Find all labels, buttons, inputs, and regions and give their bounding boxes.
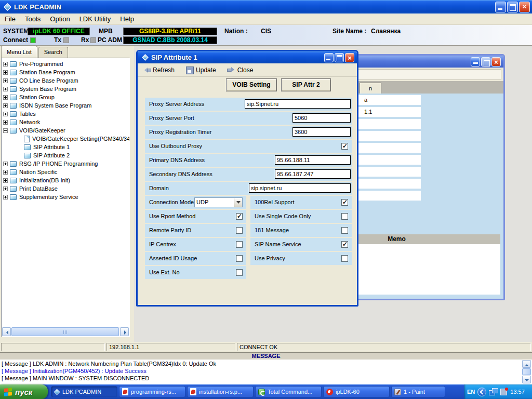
tree-item-label: System Base Program	[19, 86, 76, 92]
collapse-icon[interactable]	[3, 128, 8, 133]
text-input[interactable]: 95.66.188.11	[275, 155, 351, 165]
dropdown-arrow-icon[interactable]	[234, 198, 242, 207]
menu-ldk-utility[interactable]: LDK Utility	[75, 14, 116, 24]
voib-setting-button[interactable]: VOIB Setting	[226, 78, 277, 91]
tree-item[interactable]: Pre-Programmed	[2, 60, 129, 68]
field-label: Secondary DNS Address	[149, 168, 212, 181]
tree-item[interactable]: Supplementary Service	[2, 193, 129, 201]
expand-icon[interactable]	[3, 120, 8, 125]
taskbar-button[interactable]: programming-rs...	[119, 386, 185, 397]
text-input[interactable]: 5060	[292, 113, 351, 123]
close-button[interactable]: ×	[345, 53, 354, 62]
tree-item[interactable]: Print DataBase	[2, 184, 129, 193]
taskbar-button[interactable]: installation-rs.p...	[187, 386, 254, 397]
text-input[interactable]: sip.sipnet.ru	[249, 183, 351, 193]
checkbox[interactable]	[236, 255, 243, 262]
close-button[interactable]: Close	[227, 66, 254, 74]
scroll-up-icon[interactable]	[522, 360, 531, 368]
menu-tools[interactable]: Tools	[20, 14, 45, 24]
start-button[interactable]: пуск	[0, 384, 48, 399]
expand-icon[interactable]	[3, 162, 8, 166]
taskbar-button-label: 1 - Paint	[404, 389, 425, 395]
tree-item[interactable]: SIP Attribute 2	[2, 151, 129, 159]
scrollbar-thumb[interactable]	[11, 327, 119, 336]
network-icon[interactable]	[489, 388, 498, 395]
expand-icon[interactable]	[3, 78, 8, 83]
expand-icon[interactable]	[3, 103, 8, 108]
sip-attr-2-button[interactable]: SIP Attr 2	[281, 78, 331, 91]
field-label: Use Outbound Proxy	[149, 140, 202, 153]
text-input[interactable]: 95.66.187.247	[275, 169, 351, 179]
maximize-button[interactable]	[481, 57, 490, 66]
checkbox[interactable]	[341, 143, 348, 150]
menu-option[interactable]: Option	[45, 14, 74, 24]
refresh-button[interactable]: Refresh	[142, 66, 175, 74]
vertical-scrollbar[interactable]	[522, 360, 531, 383]
checkbox[interactable]	[236, 227, 243, 234]
update-button[interactable]: Update	[185, 66, 216, 74]
tree-item[interactable]: Network	[2, 118, 129, 126]
expand-icon[interactable]	[3, 87, 8, 91]
tree-item[interactable]: VOIB/GateKeeper Setting(PGM340/341)	[2, 135, 129, 143]
tree-item[interactable]: Nation Specific	[2, 168, 129, 176]
connection-mode-select[interactable]: UDP	[194, 197, 243, 207]
expand-icon[interactable]	[3, 195, 8, 200]
restore-button[interactable]	[507, 2, 518, 12]
scroll-down-icon[interactable]	[522, 376, 531, 383]
checkbox[interactable]	[236, 269, 243, 276]
menu-help[interactable]: Help	[115, 14, 139, 24]
minimize-button[interactable]	[471, 57, 480, 66]
close-button[interactable]: ×	[491, 57, 501, 66]
checkbox[interactable]	[341, 227, 348, 234]
tree-item[interactable]: CO Line Base Program	[2, 76, 129, 85]
minimize-button[interactable]	[324, 53, 334, 62]
main-titlebar[interactable]: LDK PCADMIN ×	[0, 0, 532, 14]
expand-icon[interactable]	[3, 70, 8, 75]
expand-icon[interactable]	[3, 62, 8, 66]
field-label: 181 Message	[255, 224, 289, 237]
expand-icon[interactable]	[3, 170, 8, 175]
language-indicator[interactable]: EN	[467, 389, 475, 395]
checkbox[interactable]	[341, 241, 348, 248]
menu-file[interactable]: File	[0, 14, 20, 24]
tree-item[interactable]: RSG /IP PHONE Programming	[2, 159, 129, 168]
notification-icon[interactable]	[500, 389, 507, 395]
tree-item[interactable]: VOIB/GateKeeper	[2, 126, 129, 135]
tree-item[interactable]: SIP Attribute 1	[2, 143, 129, 151]
checkbox[interactable]	[236, 213, 243, 220]
taskbar-button[interactable]: LDK PCADMIN	[51, 386, 117, 397]
minimize-button[interactable]	[495, 2, 506, 12]
tree-item[interactable]: ISDN System Base Program	[2, 101, 129, 110]
taskbar-button[interactable]: Total Command...	[255, 386, 322, 397]
scrollbar-thumb[interactable]	[522, 368, 531, 375]
tab-menu-list[interactable]: Menu List	[1, 46, 37, 58]
tree-item[interactable]: Station Group	[2, 93, 129, 101]
tree-item-label: Station Group	[19, 94, 55, 100]
expand-icon[interactable]	[3, 187, 8, 191]
expand-icon[interactable]	[3, 178, 8, 183]
dialog-titlebar[interactable]: SIP Attribute 1 ×	[138, 51, 357, 63]
horizontal-scrollbar[interactable]	[2, 327, 129, 336]
maximize-button[interactable]	[335, 53, 344, 62]
taskbar-button[interactable]: 1 - Paint	[391, 386, 445, 397]
tree-item[interactable]: Station Base Program	[2, 68, 129, 76]
tab-search[interactable]: Search	[38, 47, 68, 58]
status-panel-ip: 192.168.1.1	[107, 343, 235, 351]
text-input[interactable]: 3600	[292, 127, 351, 137]
scroll-left-icon[interactable]	[2, 327, 11, 336]
close-button[interactable]: ×	[519, 2, 530, 12]
checkbox[interactable]	[341, 213, 348, 220]
text-input[interactable]: sip.Sipnet.ru	[245, 99, 351, 109]
checkbox[interactable]	[341, 255, 348, 262]
checkbox[interactable]	[236, 241, 243, 248]
hide-icons-icon[interactable]	[477, 388, 486, 396]
tab-fragment[interactable]: n	[360, 83, 381, 94]
tree-item[interactable]: System Base Program	[2, 85, 129, 93]
checkbox[interactable]	[341, 199, 348, 206]
tree-item[interactable]: Tables	[2, 110, 129, 118]
expand-icon[interactable]	[3, 112, 8, 116]
scroll-right-icon[interactable]	[120, 327, 129, 336]
tree-item[interactable]: Initialization(DB Init)	[2, 176, 129, 184]
expand-icon[interactable]	[3, 95, 8, 100]
taskbar-button[interactable]: ipLDK-60	[323, 386, 390, 397]
